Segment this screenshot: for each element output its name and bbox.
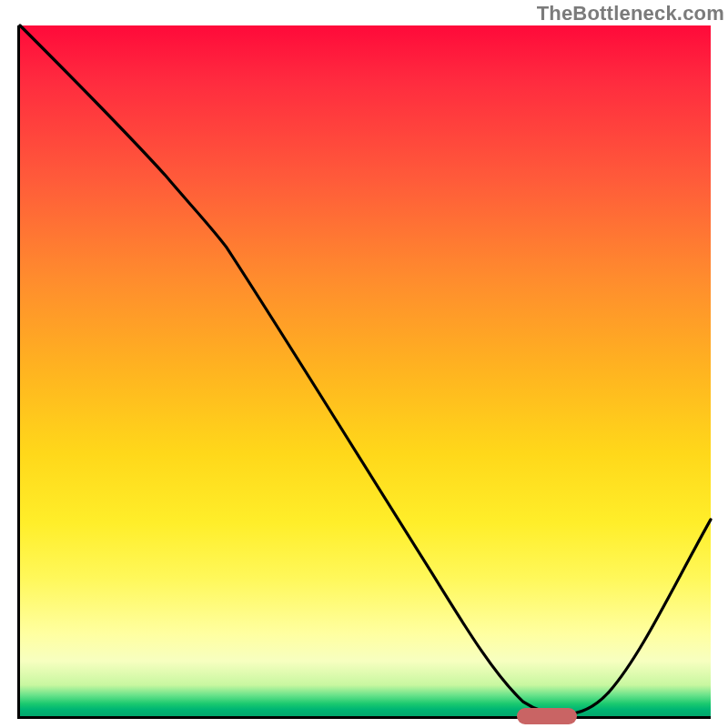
curve-layer <box>20 25 711 716</box>
plot-area <box>17 25 711 719</box>
optimal-range-marker <box>517 708 577 724</box>
bottleneck-curve-path <box>20 25 711 714</box>
watermark-text: TheBottleneck.com <box>537 2 724 25</box>
bottleneck-chart: TheBottleneck.com <box>0 0 728 728</box>
